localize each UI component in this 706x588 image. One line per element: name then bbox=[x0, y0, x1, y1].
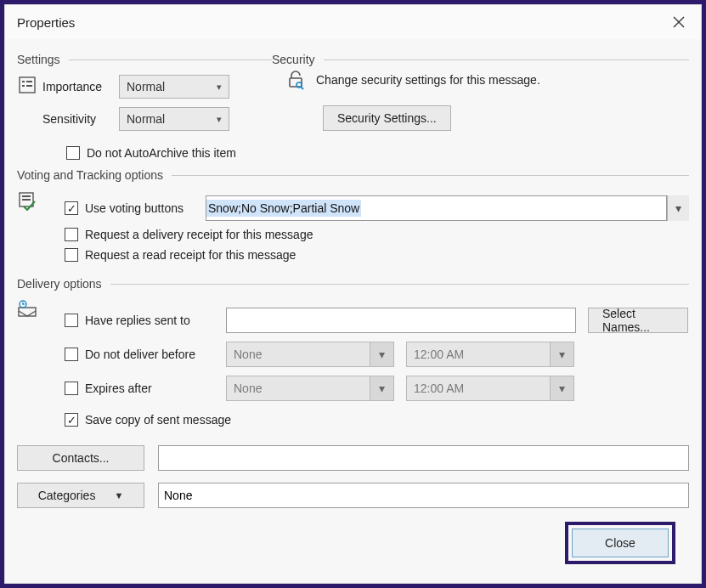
expires-time-combo[interactable]: 12:00 AM ▾ bbox=[406, 376, 574, 401]
no-autoarchive-checkbox[interactable] bbox=[66, 146, 80, 160]
save-copy-checkbox[interactable] bbox=[65, 413, 78, 427]
svg-rect-8 bbox=[22, 195, 31, 197]
select-names-button[interactable]: Select Names... bbox=[588, 308, 688, 333]
not-before-checkbox[interactable] bbox=[65, 348, 78, 361]
sensitivity-value: Normal bbox=[127, 112, 165, 126]
replies-checkbox[interactable] bbox=[65, 314, 78, 327]
not-before-date-combo[interactable]: None ▾ bbox=[226, 342, 394, 367]
delivery-receipt-label: Request a delivery receipt for this mess… bbox=[85, 228, 313, 241]
caret-down-icon: ▼ bbox=[114, 490, 123, 500]
security-header-label: Security bbox=[272, 53, 315, 66]
lock-search-icon bbox=[285, 70, 306, 90]
title-bar: Properties bbox=[5, 5, 701, 39]
settings-icon bbox=[17, 75, 37, 95]
voting-buttons-value: Snow;No Snow;Partial Snow bbox=[206, 200, 361, 217]
voting-buttons-field[interactable]: Snow;No Snow;Partial Snow bbox=[206, 195, 667, 221]
contacts-input[interactable] bbox=[158, 445, 689, 471]
settings-header: Settings bbox=[17, 53, 272, 66]
close-icon[interactable] bbox=[667, 10, 691, 34]
categories-button[interactable]: Categories ▼ bbox=[17, 483, 144, 508]
sensitivity-combo[interactable]: Normal ▾ bbox=[119, 107, 229, 131]
expires-checkbox[interactable] bbox=[65, 382, 78, 395]
chevron-down-icon: ▾ bbox=[550, 376, 573, 400]
expires-date-value: None bbox=[227, 376, 370, 400]
chevron-down-icon: ▾ bbox=[550, 342, 573, 366]
voting-icon bbox=[17, 190, 37, 211]
no-autoarchive-label: Do not AutoArchive this item bbox=[87, 146, 236, 160]
close-button[interactable]: Close bbox=[572, 529, 669, 557]
voting-dropdown-button[interactable]: ▾ bbox=[667, 195, 689, 221]
not-before-date-value: None bbox=[227, 342, 370, 366]
security-header: Security bbox=[272, 53, 689, 66]
sensitivity-label: Sensitivity bbox=[42, 112, 119, 126]
chevron-down-icon: ▾ bbox=[675, 201, 681, 215]
voting-header-label: Voting and Tracking options bbox=[17, 168, 163, 182]
use-voting-checkbox[interactable] bbox=[65, 201, 78, 215]
svg-rect-2 bbox=[26, 81, 32, 82]
not-before-time-value: 12:00 AM bbox=[407, 342, 550, 366]
chevron-down-icon: ▾ bbox=[217, 114, 222, 125]
chevron-down-icon: ▾ bbox=[217, 82, 222, 93]
not-before-time-combo[interactable]: 12:00 AM ▾ bbox=[406, 342, 574, 367]
delivery-header: Delivery options bbox=[17, 277, 689, 291]
read-receipt-checkbox[interactable] bbox=[65, 248, 78, 262]
importance-combo[interactable]: Normal ▾ bbox=[119, 75, 229, 99]
delivery-icon bbox=[17, 299, 37, 319]
importance-label: Importance bbox=[42, 80, 119, 93]
importance-value: Normal bbox=[127, 80, 165, 93]
svg-rect-4 bbox=[26, 85, 32, 87]
security-description: Change security settings for this messag… bbox=[316, 73, 540, 87]
delivery-header-label: Delivery options bbox=[17, 277, 102, 291]
svg-rect-3 bbox=[22, 85, 25, 87]
not-before-label: Do not deliver before bbox=[85, 348, 195, 361]
replies-input[interactable] bbox=[226, 308, 576, 333]
security-settings-button[interactable]: Security Settings... bbox=[323, 105, 451, 131]
delivery-receipt-checkbox[interactable] bbox=[65, 228, 78, 241]
properties-dialog: Properties Settings bbox=[4, 4, 702, 584]
chevron-down-icon: ▾ bbox=[370, 376, 393, 400]
categories-field[interactable]: None bbox=[158, 483, 689, 508]
categories-value: None bbox=[164, 489, 192, 502]
svg-rect-1 bbox=[22, 81, 25, 82]
svg-rect-9 bbox=[22, 199, 31, 201]
save-copy-label: Save copy of sent message bbox=[85, 413, 231, 427]
close-button-highlight: Close bbox=[565, 522, 675, 564]
dialog-title: Properties bbox=[17, 15, 75, 30]
chevron-down-icon: ▾ bbox=[370, 342, 393, 366]
expires-label: Expires after bbox=[85, 382, 152, 395]
expires-time-value: 12:00 AM bbox=[407, 376, 550, 400]
use-voting-label: Use voting buttons bbox=[85, 201, 206, 215]
read-receipt-label: Request a read receipt for this message bbox=[85, 248, 296, 262]
expires-date-combo[interactable]: None ▾ bbox=[226, 376, 394, 401]
replies-label: Have replies sent to bbox=[85, 314, 190, 327]
voting-header: Voting and Tracking options bbox=[17, 168, 689, 182]
settings-header-label: Settings bbox=[17, 53, 60, 66]
contacts-button[interactable]: Contacts... bbox=[17, 445, 144, 471]
